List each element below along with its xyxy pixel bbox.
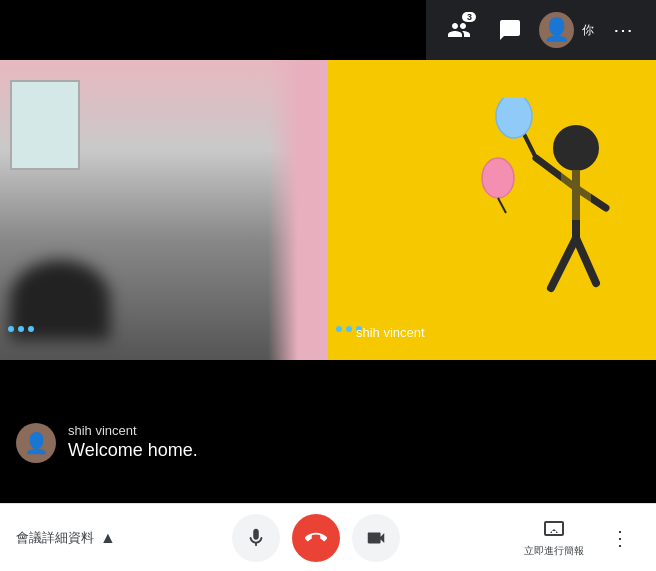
video-area: shih vincent <box>0 60 656 360</box>
hangup-button[interactable] <box>292 514 340 562</box>
chevron-up-icon: ▲ <box>100 529 116 547</box>
more-button[interactable]: ⋮ <box>600 518 640 558</box>
you-label: 你 <box>582 22 594 39</box>
meeting-info-label: 會議詳細資料 <box>16 529 94 547</box>
right-dot-2 <box>346 326 352 332</box>
svg-line-4 <box>551 238 576 288</box>
meeting-info-button[interactable]: 會議詳細資料 ▲ <box>16 529 116 547</box>
participants-count: 3 <box>462 12 476 22</box>
wall-board <box>10 80 80 170</box>
dot-1 <box>8 326 14 332</box>
message-text: Welcome home. <box>68 440 198 461</box>
video-dots-left <box>8 326 34 332</box>
bottom-bar: 會議詳細資料 ▲ 立即進行簡報 ⋮ <box>0 503 656 571</box>
video-right-name: shih vincent <box>356 325 425 340</box>
svg-line-5 <box>576 238 596 283</box>
more-options-button[interactable]: ⋯ <box>602 8 644 52</box>
svg-point-7 <box>496 98 532 138</box>
participants-button[interactable]: 3 <box>438 8 480 52</box>
user-avatar[interactable]: 👤 <box>539 12 574 48</box>
message-sender: shih vincent <box>68 423 198 438</box>
curtain <box>268 60 328 360</box>
chat-message: 👤 shih vincent Welcome home. <box>0 415 500 471</box>
video-right: shih vincent <box>328 60 656 360</box>
svg-line-9 <box>498 198 506 213</box>
center-controls <box>232 514 400 562</box>
mic-button[interactable] <box>232 514 280 562</box>
yellow-background <box>328 60 656 360</box>
present-label: 立即進行簡報 <box>524 544 584 558</box>
video-left <box>0 60 328 360</box>
svg-rect-10 <box>561 170 591 220</box>
right-dot-1 <box>336 326 342 332</box>
message-content: shih vincent Welcome home. <box>68 423 198 461</box>
message-avatar: 👤 <box>16 423 56 463</box>
svg-point-8 <box>482 158 514 198</box>
chat-button[interactable] <box>488 8 530 52</box>
dot-2 <box>18 326 24 332</box>
top-bar: 3 👤 你 ⋯ <box>426 0 656 60</box>
dot-3 <box>28 326 34 332</box>
video-button[interactable] <box>352 514 400 562</box>
svg-point-0 <box>554 126 598 170</box>
illustration <box>476 98 636 322</box>
right-controls: 立即進行簡報 ⋮ <box>516 514 640 562</box>
present-button[interactable]: 立即進行簡報 <box>516 514 592 562</box>
